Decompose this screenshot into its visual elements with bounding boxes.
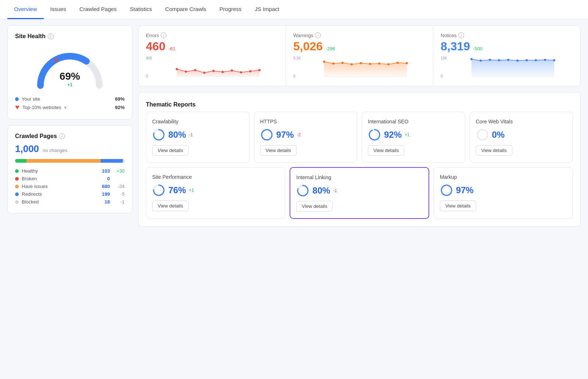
metric-label-1: Warnings i (293, 32, 426, 38)
gauge-container: 69% +1 (15, 43, 125, 91)
nav-item-statistics[interactable]: Statistics (123, 0, 159, 19)
svg-point-31 (516, 59, 519, 62)
svg-marker-13 (324, 62, 407, 76)
mini-chart-svg (304, 56, 426, 78)
svg-point-8 (231, 69, 233, 72)
view-details-button2-0[interactable]: View details (152, 201, 189, 211)
stat-row-healthy: Healthy 103 +30 (15, 167, 125, 175)
view-details-button-2[interactable]: View details (368, 145, 404, 156)
legend-top10[interactable]: Top-10% websites ▾ 92% (15, 103, 125, 112)
right-column: Errors i 460 -61 908 0 Wa (138, 25, 581, 227)
metric-value-row-0: 460 -61 (146, 40, 278, 53)
metric-info-icon-0[interactable]: i (161, 32, 166, 38)
circle-progress-svg (368, 128, 381, 141)
svg-point-7 (222, 71, 224, 73)
svg-point-19 (369, 63, 371, 65)
pb-redirects (101, 159, 122, 163)
report-score-3: 0% (492, 130, 505, 140)
svg-point-16 (341, 62, 344, 64)
report2-delta-0: +1 (189, 188, 194, 193)
svg-point-26 (470, 58, 473, 60)
stat-row-have-issues: Have issues 680 -24 (15, 183, 125, 190)
report-card-markup: Markup 97% View details (434, 167, 573, 219)
report2-score-0: 76% (168, 185, 186, 195)
mini-chart-svg (156, 56, 278, 78)
svg-point-18 (360, 62, 362, 64)
svg-marker-25 (472, 59, 554, 76)
report-score-row-2: 92% +1 (368, 128, 459, 141)
metric-info-icon-2[interactable]: i (458, 32, 464, 38)
svg-point-43 (477, 130, 488, 140)
svg-point-28 (489, 59, 491, 61)
stat-row-broken: Broken 0 (15, 175, 125, 183)
nav-item-js-impact[interactable]: JS Impact (248, 0, 286, 19)
svg-point-33 (535, 59, 537, 61)
left-column: Site Health i 69% +1 (7, 25, 132, 227)
legend-your-site: Your site 69% (15, 95, 125, 103)
pages-progress-bar (15, 159, 125, 163)
circle-progress-svg (440, 184, 453, 197)
site-health-label: Site Health (15, 33, 46, 40)
report2-title-2: Markup (440, 174, 567, 180)
healthy-dot (15, 169, 19, 173)
view-details-button-1[interactable]: View details (260, 145, 297, 156)
svg-point-22 (397, 62, 399, 64)
broken-dot (15, 177, 19, 181)
view-details-button-0[interactable]: View details (152, 145, 189, 156)
reports-row1: Crawlability 80% -1 View details HTTPS 9… (146, 112, 573, 163)
metric-delta-1: -296 (326, 46, 335, 51)
metric-info-icon-1[interactable]: i (315, 32, 321, 38)
site-health-info-icon[interactable]: i (48, 33, 54, 39)
metric-card-errors: Errors i 460 -61 908 0 (139, 26, 286, 86)
report2-score-1: 80% (312, 185, 330, 196)
stat-row-redirects: Redirects 199 -5 (15, 190, 125, 198)
svg-point-35 (553, 59, 555, 61)
report-card-internal-linking: Internal Linking 80% -1 View details (290, 167, 429, 219)
svg-point-17 (351, 63, 353, 65)
view-details-button-3[interactable]: View details (476, 145, 512, 156)
report-title-3: Core Web Vitals (476, 119, 567, 124)
circle-progress-svg (476, 128, 489, 141)
gauge-delta: +1 (60, 82, 80, 87)
report-delta-0: -1 (189, 132, 193, 137)
view-details-button2-2[interactable]: View details (440, 201, 476, 211)
metric-label-2: Notices i (441, 32, 573, 38)
pb-blocked (123, 159, 125, 163)
crawled-count: 1,000 (15, 143, 39, 154)
pb-healthy (15, 159, 26, 163)
svg-point-15 (332, 62, 334, 65)
view-details-button2-1[interactable]: View details (296, 201, 333, 212)
report-card-https: HTTPS 97% -2 View details (254, 112, 358, 163)
metric-value-row-1: 5,026 -296 (293, 40, 426, 53)
report2-title-0: Site Performance (152, 174, 279, 180)
metric-label-0: Errors i (146, 32, 278, 38)
report-score-0: 80% (168, 130, 186, 140)
nav-item-compare-crawls[interactable]: Compare Crawls (159, 0, 213, 19)
report-card-core-web-vitals: Core Web Vitals 0% View details (470, 112, 573, 163)
nav-item-crawled-pages[interactable]: Crawled Pages (73, 0, 123, 19)
report2-title-1: Internal Linking (296, 174, 422, 180)
report-card-international-seo: International SEO 92% +1 View details (362, 112, 465, 163)
crawled-pages-title: Crawled Pages i (15, 133, 125, 140)
svg-point-30 (507, 59, 509, 61)
site-health-legend: Your site 69% Top-10% websites ▾ 92% (15, 95, 125, 112)
nav-item-issues[interactable]: Issues (44, 0, 73, 19)
report-delta-2: +1 (405, 132, 410, 137)
svg-point-23 (406, 62, 408, 64)
svg-point-27 (480, 59, 482, 62)
crawled-pages-info-icon[interactable]: i (59, 133, 65, 139)
metrics-row: Errors i 460 -61 908 0 Wa (138, 25, 581, 86)
metric-chart-2: 10K 0 (441, 56, 573, 79)
pages-legend: Healthy 103 +30 Broken 0 Have issues 680… (15, 167, 125, 206)
your-site-dot (15, 97, 19, 101)
svg-point-34 (544, 59, 546, 61)
svg-point-14 (323, 61, 325, 63)
nav-item-progress[interactable]: Progress (213, 0, 248, 19)
chevron-down-icon: ▾ (64, 105, 67, 110)
report-card-crawlability: Crawlability 80% -1 View details (146, 112, 250, 163)
pb-issues (26, 159, 101, 163)
circle-progress-svg (152, 184, 165, 197)
report2-score-row-2: 97% (440, 184, 567, 197)
nav-item-overview[interactable]: Overview (7, 0, 44, 19)
metric-chart-0: 908 0 (146, 56, 278, 79)
